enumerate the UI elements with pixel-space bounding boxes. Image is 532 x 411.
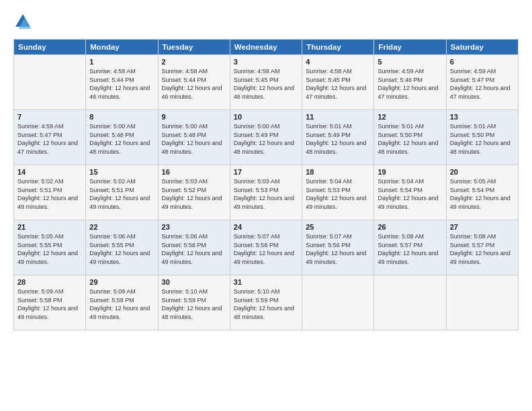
cell-info: Sunrise: 5:02 AMSunset: 5:51 PMDaylight:… [89, 177, 154, 211]
cell-info: Sunrise: 5:01 AMSunset: 5:50 PMDaylight:… [378, 122, 442, 156]
day-cell: 10Sunrise: 5:00 AMSunset: 5:49 PMDayligh… [230, 110, 302, 165]
cell-info: Sunrise: 5:08 AMSunset: 5:57 PMDaylight:… [378, 232, 442, 266]
header-cell-saturday: Saturday [446, 40, 518, 55]
day-cell: 16Sunrise: 5:03 AMSunset: 5:52 PMDayligh… [158, 165, 230, 220]
day-cell: 14Sunrise: 5:02 AMSunset: 5:51 PMDayligh… [14, 165, 86, 220]
day-cell [14, 55, 86, 110]
day-number: 17 [234, 168, 298, 176]
cell-info: Sunrise: 5:06 AMSunset: 5:55 PMDaylight:… [89, 232, 154, 266]
day-cell: 15Sunrise: 5:02 AMSunset: 5:51 PMDayligh… [86, 165, 158, 220]
cell-info: Sunrise: 4:59 AMSunset: 5:46 PMDaylight:… [378, 67, 442, 101]
week-row-0: 1Sunrise: 4:58 AMSunset: 5:44 PMDaylight… [14, 55, 519, 110]
cell-info: Sunrise: 5:00 AMSunset: 5:48 PMDaylight:… [162, 122, 226, 156]
week-row-4: 28Sunrise: 5:09 AMSunset: 5:58 PMDayligh… [14, 275, 519, 330]
week-row-2: 14Sunrise: 5:02 AMSunset: 5:51 PMDayligh… [14, 165, 519, 220]
header-cell-friday: Friday [374, 40, 446, 55]
cell-info: Sunrise: 4:58 AMSunset: 5:45 PMDaylight:… [234, 67, 298, 101]
day-cell [302, 275, 374, 330]
day-number: 31 [234, 278, 298, 286]
cell-info: Sunrise: 5:10 AMSunset: 5:59 PMDaylight:… [162, 287, 226, 321]
header-cell-wednesday: Wednesday [230, 40, 302, 55]
day-cell: 5Sunrise: 4:59 AMSunset: 5:46 PMDaylight… [374, 55, 446, 110]
day-number: 13 [450, 113, 515, 121]
header-cell-monday: Monday [86, 40, 158, 55]
cell-info: Sunrise: 5:07 AMSunset: 5:56 PMDaylight:… [306, 232, 370, 266]
day-cell: 24Sunrise: 5:07 AMSunset: 5:56 PMDayligh… [230, 220, 302, 275]
day-cell: 6Sunrise: 4:59 AMSunset: 5:47 PMDaylight… [446, 55, 518, 110]
day-cell: 19Sunrise: 5:04 AMSunset: 5:54 PMDayligh… [374, 165, 446, 220]
day-number: 28 [17, 278, 82, 286]
logo [13, 12, 35, 31]
cell-info: Sunrise: 5:10 AMSunset: 5:59 PMDaylight:… [234, 287, 298, 321]
day-cell: 13Sunrise: 5:01 AMSunset: 5:50 PMDayligh… [446, 110, 518, 165]
cell-info: Sunrise: 4:59 AMSunset: 5:47 PMDaylight:… [17, 122, 82, 156]
cell-info: Sunrise: 4:58 AMSunset: 5:44 PMDaylight:… [162, 67, 226, 101]
cell-info: Sunrise: 5:03 AMSunset: 5:53 PMDaylight:… [234, 177, 298, 211]
header-row: SundayMondayTuesdayWednesdayThursdayFrid… [14, 40, 519, 55]
cell-info: Sunrise: 5:05 AMSunset: 5:55 PMDaylight:… [17, 232, 82, 266]
day-number: 18 [306, 168, 370, 176]
day-cell: 9Sunrise: 5:00 AMSunset: 5:48 PMDaylight… [158, 110, 230, 165]
day-cell: 4Sunrise: 4:58 AMSunset: 5:45 PMDaylight… [302, 55, 374, 110]
cell-info: Sunrise: 4:58 AMSunset: 5:45 PMDaylight:… [306, 67, 370, 101]
day-cell: 3Sunrise: 4:58 AMSunset: 5:45 PMDaylight… [230, 55, 302, 110]
header-cell-thursday: Thursday [302, 40, 374, 55]
day-cell: 27Sunrise: 5:08 AMSunset: 5:57 PMDayligh… [446, 220, 518, 275]
day-cell: 11Sunrise: 5:01 AMSunset: 5:49 PMDayligh… [302, 110, 374, 165]
day-cell: 18Sunrise: 5:04 AMSunset: 5:53 PMDayligh… [302, 165, 374, 220]
day-number: 30 [162, 278, 226, 286]
cell-info: Sunrise: 5:08 AMSunset: 5:57 PMDaylight:… [450, 232, 515, 266]
cell-info: Sunrise: 4:58 AMSunset: 5:44 PMDaylight:… [89, 67, 154, 101]
header [13, 12, 519, 31]
cell-info: Sunrise: 5:09 AMSunset: 5:58 PMDaylight:… [17, 287, 82, 321]
day-cell: 25Sunrise: 5:07 AMSunset: 5:56 PMDayligh… [302, 220, 374, 275]
day-number: 8 [89, 113, 154, 121]
week-row-3: 21Sunrise: 5:05 AMSunset: 5:55 PMDayligh… [14, 220, 519, 275]
day-number: 25 [306, 223, 370, 231]
day-number: 21 [17, 223, 82, 231]
cell-info: Sunrise: 5:04 AMSunset: 5:54 PMDaylight:… [378, 177, 442, 211]
cell-info: Sunrise: 5:05 AMSunset: 5:54 PMDaylight:… [450, 177, 515, 211]
day-cell: 8Sunrise: 5:00 AMSunset: 5:48 PMDaylight… [86, 110, 158, 165]
day-number: 15 [89, 168, 154, 176]
day-number: 14 [17, 168, 82, 176]
day-cell: 30Sunrise: 5:10 AMSunset: 5:59 PMDayligh… [158, 275, 230, 330]
day-cell: 17Sunrise: 5:03 AMSunset: 5:53 PMDayligh… [230, 165, 302, 220]
day-cell: 22Sunrise: 5:06 AMSunset: 5:55 PMDayligh… [86, 220, 158, 275]
day-number: 19 [378, 168, 442, 176]
cell-info: Sunrise: 5:07 AMSunset: 5:56 PMDaylight:… [234, 232, 298, 266]
cell-info: Sunrise: 5:04 AMSunset: 5:53 PMDaylight:… [306, 177, 370, 211]
day-number: 1 [89, 58, 154, 66]
day-number: 20 [450, 168, 515, 176]
day-cell: 21Sunrise: 5:05 AMSunset: 5:55 PMDayligh… [14, 220, 86, 275]
day-number: 22 [89, 223, 154, 231]
day-cell: 28Sunrise: 5:09 AMSunset: 5:58 PMDayligh… [14, 275, 86, 330]
day-number: 12 [378, 113, 442, 121]
cell-info: Sunrise: 4:59 AMSunset: 5:47 PMDaylight:… [450, 67, 515, 101]
day-number: 2 [162, 58, 226, 66]
cell-info: Sunrise: 5:01 AMSunset: 5:50 PMDaylight:… [450, 122, 515, 156]
day-number: 27 [450, 223, 515, 231]
cell-info: Sunrise: 5:06 AMSunset: 5:56 PMDaylight:… [162, 232, 226, 266]
header-cell-sunday: Sunday [14, 40, 86, 55]
cell-info: Sunrise: 5:09 AMSunset: 5:58 PMDaylight:… [89, 287, 154, 321]
day-cell: 26Sunrise: 5:08 AMSunset: 5:57 PMDayligh… [374, 220, 446, 275]
cell-info: Sunrise: 5:00 AMSunset: 5:48 PMDaylight:… [89, 122, 154, 156]
day-number: 16 [162, 168, 226, 176]
day-cell: 7Sunrise: 4:59 AMSunset: 5:47 PMDaylight… [14, 110, 86, 165]
day-number: 4 [306, 58, 370, 66]
cell-info: Sunrise: 5:03 AMSunset: 5:52 PMDaylight:… [162, 177, 226, 211]
day-cell [446, 275, 518, 330]
page: SundayMondayTuesdayWednesdayThursdayFrid… [0, 0, 532, 411]
day-number: 6 [450, 58, 515, 66]
day-number: 10 [234, 113, 298, 121]
day-number: 23 [162, 223, 226, 231]
day-number: 3 [234, 58, 298, 66]
day-cell: 20Sunrise: 5:05 AMSunset: 5:54 PMDayligh… [446, 165, 518, 220]
day-cell: 31Sunrise: 5:10 AMSunset: 5:59 PMDayligh… [230, 275, 302, 330]
day-number: 9 [162, 113, 226, 121]
day-number: 5 [378, 58, 442, 66]
day-number: 11 [306, 113, 370, 121]
cell-info: Sunrise: 5:02 AMSunset: 5:51 PMDaylight:… [17, 177, 82, 211]
day-cell: 2Sunrise: 4:58 AMSunset: 5:44 PMDaylight… [158, 55, 230, 110]
